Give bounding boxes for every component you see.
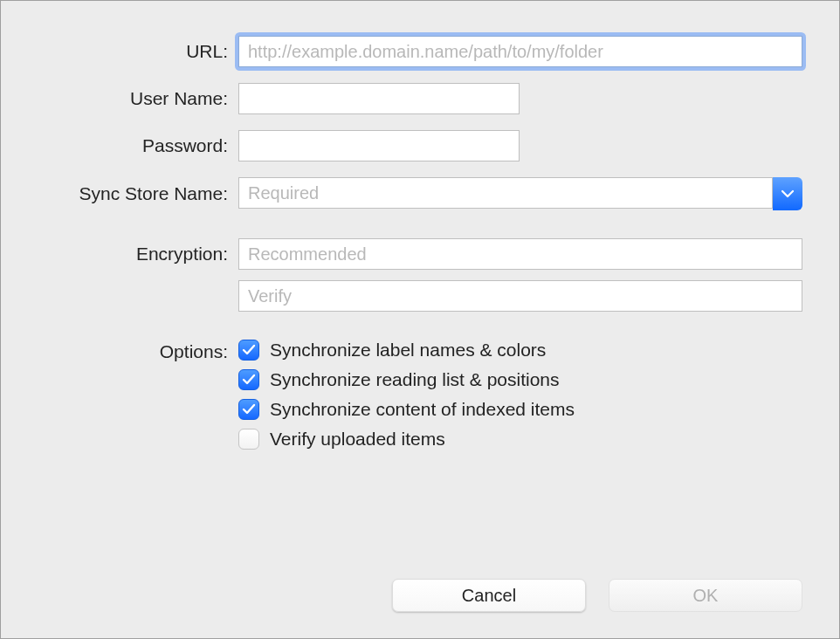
cancel-button[interactable]: Cancel — [392, 579, 586, 612]
url-input[interactable] — [238, 36, 802, 67]
checkbox-sync-labels[interactable] — [238, 340, 259, 361]
checkbox-sync-reading[interactable] — [238, 369, 259, 390]
url-label: URL: — [36, 41, 238, 62]
encryption-input[interactable] — [238, 238, 802, 270]
username-input[interactable] — [238, 83, 520, 114]
checkbox-sync-content-label: Synchronize content of indexed items — [270, 399, 575, 420]
encryption-verify-input[interactable] — [238, 280, 802, 312]
encryption-label: Encryption: — [36, 244, 238, 265]
options-group: Options: Synchronize label names & color… — [36, 340, 802, 458]
syncstore-dropdown-button[interactable] — [773, 177, 802, 210]
check-icon — [242, 403, 256, 416]
chevron-down-icon — [781, 189, 794, 198]
dialog-buttons: Cancel OK — [36, 579, 802, 612]
checkbox-sync-labels-label: Synchronize label names & colors — [270, 340, 546, 361]
password-input[interactable] — [238, 130, 520, 161]
ok-button: OK — [609, 579, 802, 612]
checkbox-sync-content[interactable] — [238, 399, 259, 420]
checkbox-verify-uploaded-label: Verify uploaded items — [270, 429, 445, 450]
sync-settings-form: URL: User Name: Password: Sync Store Nam… — [36, 36, 802, 574]
check-icon — [242, 374, 256, 386]
username-label: User Name: — [36, 88, 238, 109]
syncstore-label: Sync Store Name: — [36, 183, 238, 204]
syncstore-input[interactable] — [238, 177, 773, 209]
syncstore-combo[interactable] — [238, 177, 802, 210]
checkbox-verify-uploaded[interactable] — [238, 429, 259, 450]
options-label: Options: — [36, 340, 238, 362]
password-label: Password: — [36, 135, 238, 156]
check-icon — [242, 344, 256, 356]
checkbox-sync-reading-label: Synchronize reading list & positions — [270, 369, 560, 390]
